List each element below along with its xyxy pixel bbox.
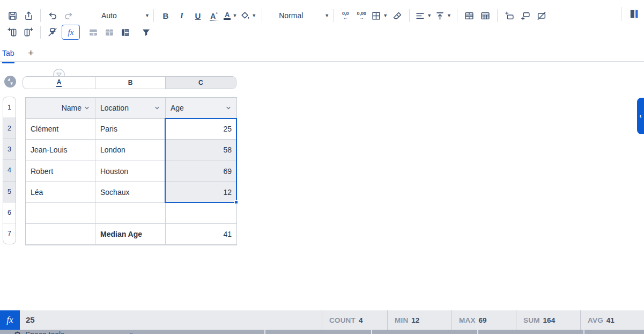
redo-button[interactable]	[61, 8, 77, 24]
insert-column-left-button[interactable]	[4, 24, 20, 40]
header-location-label: Location	[100, 104, 154, 112]
sidebar-collapse-icon[interactable]: «	[129, 330, 133, 334]
row-header-7[interactable]: 7	[3, 223, 16, 244]
cell-b5[interactable]: Sochaux	[95, 182, 166, 203]
save-button[interactable]	[4, 8, 20, 24]
strip-divider	[583, 330, 584, 334]
column-header-c[interactable]: C	[165, 77, 236, 89]
cell-style-dropdown[interactable]: Normal ▼	[266, 8, 329, 24]
header-cell-age[interactable]: Age	[166, 98, 236, 119]
cell-text: Robert	[31, 167, 53, 176]
text-color-icon: A	[224, 11, 231, 20]
row-number: 4	[8, 166, 11, 174]
cell-c5[interactable]: 12	[166, 182, 236, 203]
row-header-6[interactable]: 6	[3, 202, 16, 223]
toolbar-divider	[457, 9, 457, 22]
cell-a6[interactable]	[26, 203, 95, 224]
toolbar-row-2: fx	[0, 24, 154, 41]
bold-button[interactable]: B	[158, 8, 174, 24]
split-table-disabled-icon	[104, 27, 115, 38]
font-size-dropdown[interactable]: Auto ▼	[86, 8, 150, 24]
chevron-down-icon[interactable]	[84, 105, 90, 111]
split-table-button[interactable]	[101, 24, 117, 40]
row-header-5[interactable]: 5	[3, 181, 16, 202]
clear-formatting-button[interactable]: A°	[206, 8, 222, 24]
italic-button[interactable]: I	[174, 8, 190, 24]
horizontal-align-button[interactable]: ▼	[413, 8, 433, 24]
collapse-chevron-icon: ‹	[640, 112, 642, 120]
cell-b4[interactable]: Houston	[95, 161, 166, 182]
row-header-2[interactable]: 2	[3, 118, 16, 139]
decrease-decimal-button[interactable]: 0,0←	[337, 8, 353, 24]
active-cell-value: 25	[26, 310, 35, 330]
add-tab-button[interactable]: +	[28, 47, 34, 59]
select-all-pad[interactable]	[4, 76, 16, 88]
insert-column-right-button[interactable]	[20, 24, 36, 40]
header-cell-name[interactable]: Name	[26, 98, 95, 119]
row-number: 2	[8, 125, 11, 132]
text-color-button[interactable]: A ▼	[222, 8, 239, 24]
row-header-1[interactable]: 1	[3, 97, 16, 118]
cell-text: London	[100, 146, 125, 154]
insert-row-above-button[interactable]	[501, 8, 517, 24]
column-headers: A B C	[23, 76, 236, 89]
redo-icon	[63, 11, 74, 21]
unmerge-cells-button[interactable]	[477, 8, 493, 24]
row-number: 3	[8, 146, 11, 153]
chevron-down-icon[interactable]	[154, 105, 160, 111]
eraser-button[interactable]	[389, 8, 405, 24]
merge-cells-button[interactable]	[461, 8, 477, 24]
cell-c3[interactable]: 58	[166, 140, 236, 161]
increase-decimal-button[interactable]: 0,00→	[353, 8, 369, 24]
cell-b6[interactable]	[95, 203, 166, 224]
export-button[interactable]	[20, 8, 36, 24]
toolbar-row-1: Auto ▼ B I U A° A ▼ ▼ Normal ▼ 0,0← 0,00…	[0, 7, 622, 24]
space-tools-label: Space tools	[25, 330, 64, 334]
cell-a2[interactable]: Clément	[26, 119, 95, 140]
cell-a3[interactable]: Jean-Louis	[26, 140, 95, 161]
merge-table-button[interactable]	[85, 24, 101, 40]
chevron-down-icon[interactable]	[225, 105, 232, 111]
vertical-align-button[interactable]: ▼	[433, 8, 453, 24]
status-fx-button[interactable]: fx	[0, 310, 20, 330]
side-panel-toggle-button[interactable]	[621, 7, 640, 21]
cell-a5[interactable]: Léa	[26, 182, 95, 203]
space-tools-link[interactable]: Space tools	[14, 330, 64, 334]
chevron-down-icon: ▼	[447, 13, 451, 18]
row-properties-button[interactable]	[117, 24, 134, 40]
right-panel-collapse-tab[interactable]: ‹	[637, 98, 644, 134]
formula-bar-toggle-button[interactable]: fx	[62, 25, 80, 40]
row-header-4[interactable]: 4	[3, 159, 16, 180]
cell-c4[interactable]: 69	[166, 161, 236, 182]
cell-c7[interactable]: 41	[166, 224, 236, 245]
cell-text: Median Age	[100, 230, 142, 238]
fill-color-button[interactable]: ▼	[239, 8, 258, 24]
format-painter-off-button[interactable]	[45, 24, 61, 40]
cell-c6[interactable]	[166, 203, 236, 224]
column-header-b[interactable]: B	[95, 77, 165, 89]
toolbar-divider	[262, 9, 262, 22]
column-header-a[interactable]: A	[23, 77, 95, 89]
undo-button[interactable]	[45, 8, 61, 24]
cell-a4[interactable]: Robert	[26, 161, 95, 182]
filter-icon	[141, 27, 151, 38]
header-name-label: Name	[62, 104, 82, 112]
tab-sheet[interactable]: Tab	[2, 49, 14, 63]
row-header-3[interactable]: 3	[3, 139, 16, 159]
cell-text: Clément	[31, 125, 58, 133]
stats-panel: COUNT 4 MIN 12 MAX 69 SUM 164 AVG 41	[322, 310, 644, 330]
header-cell-location[interactable]: Location	[95, 98, 166, 119]
filter-button[interactable]	[138, 24, 154, 40]
cell-a7[interactable]	[26, 224, 95, 245]
toolbar-divider	[497, 9, 498, 22]
cell-b7-median-age[interactable]: Median Age	[95, 224, 166, 245]
stat-value: 4	[359, 316, 363, 324]
cell-b3[interactable]: London	[95, 140, 166, 161]
cell-c2-active[interactable]: 25	[166, 119, 236, 140]
gear-icon	[14, 331, 21, 334]
cell-b2[interactable]: Paris	[95, 119, 166, 140]
insert-row-below-button[interactable]	[517, 8, 534, 24]
underline-button[interactable]: U	[190, 8, 206, 24]
comments-disabled-button[interactable]	[534, 8, 550, 24]
borders-button[interactable]: ▼	[369, 8, 389, 24]
